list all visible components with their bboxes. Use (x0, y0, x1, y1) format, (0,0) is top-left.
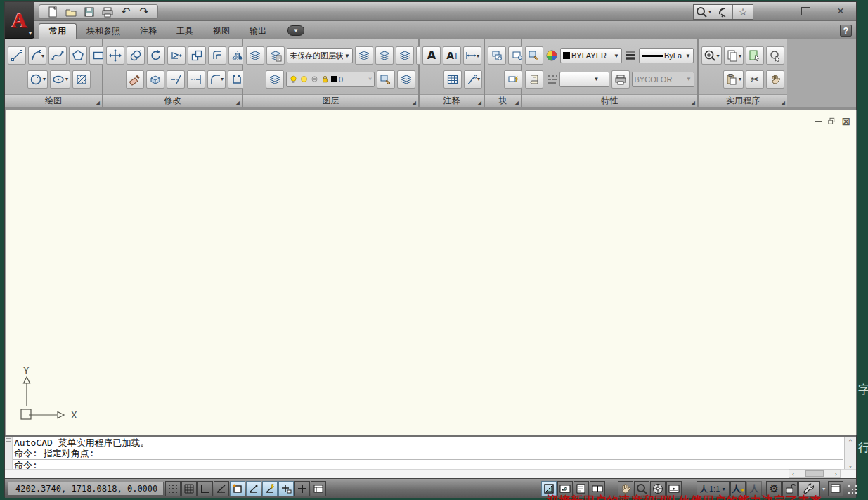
layer-unlock-icon[interactable] (320, 75, 330, 84)
paste-dropdown-icon[interactable]: ▾ (739, 76, 741, 82)
lineweight-dropdown[interactable]: ByLa▼ (639, 48, 694, 63)
circle-dropdown-icon[interactable]: ▾ (43, 76, 46, 82)
hatch-button[interactable] (72, 70, 91, 89)
tab-blocks-references[interactable]: 块和参照 (77, 23, 130, 39)
clean-screen-button[interactable] (828, 481, 843, 496)
ellipse-button[interactable]: ▾ (50, 70, 70, 89)
new-button[interactable] (45, 6, 60, 18)
arc-button[interactable]: ▾ (28, 46, 46, 65)
plot-button[interactable] (100, 6, 115, 18)
panel-caption-block[interactable]: 块◢ (485, 94, 521, 107)
arc-dropdown-icon[interactable]: ▾ (41, 53, 44, 59)
undo-button[interactable]: ↶ (118, 6, 134, 18)
quick-properties-toggle[interactable] (311, 481, 326, 496)
scale-button[interactable] (188, 46, 206, 65)
line-button[interactable] (8, 46, 26, 65)
snap-toggle[interactable] (165, 481, 181, 496)
doc-close-button[interactable]: ☒ (841, 117, 850, 126)
previous-layer-button[interactable] (397, 70, 415, 89)
panel-caption-utilities[interactable]: 实用程序◢ (699, 94, 787, 107)
panel-expand-icon[interactable]: ◢ (781, 100, 785, 106)
doc-restore-button[interactable] (827, 117, 836, 126)
otrack-toggle[interactable] (246, 481, 261, 496)
panel-caption-modify[interactable]: 修改◢ (103, 94, 242, 107)
layer-freeze-button[interactable] (396, 46, 414, 65)
panel-caption-draw[interactable]: 绘图◢ (5, 94, 102, 107)
plot-style-button[interactable] (611, 70, 630, 89)
communication-center-button[interactable] (713, 5, 733, 19)
measure-dropdown-icon[interactable]: ▾ (716, 53, 719, 59)
cut-button[interactable]: ✂ (746, 70, 764, 89)
insert-block-button[interactable] (488, 46, 506, 65)
tab-tools[interactable]: 工具 (167, 23, 203, 39)
panel-caption-layers[interactable]: 图层◢ (243, 94, 418, 107)
paste-button[interactable]: ▾ (723, 70, 744, 89)
offset-button[interactable] (208, 46, 226, 65)
object-color-dropdown[interactable]: BYLAYER▼ (560, 48, 622, 63)
erase-button[interactable] (126, 70, 144, 89)
layer-properties-button[interactable] (246, 46, 264, 65)
scrollbar-thumb[interactable] (805, 470, 824, 477)
multiline-text-button[interactable]: A (422, 46, 441, 65)
spline-button[interactable] (48, 46, 67, 65)
panel-expand-icon[interactable]: ◢ (235, 100, 240, 106)
edit-attributes-button[interactable] (504, 70, 522, 89)
ducs-toggle[interactable] (262, 481, 278, 496)
menu-browser-button[interactable]: A ▾ (5, 2, 34, 39)
tab-output[interactable]: 输出 (240, 23, 276, 39)
layer-thaw-sun-icon[interactable] (299, 75, 309, 84)
layer-unisolate-button[interactable] (375, 46, 394, 65)
scroll-up-icon[interactable]: ⌃ (848, 438, 852, 445)
rotate-button[interactable] (147, 46, 165, 65)
layer-state-dropdown[interactable]: 未保存的图层状态▼ (287, 48, 353, 63)
drawing-canvas[interactable]: ☒ Y X (6, 110, 857, 435)
copy-button[interactable] (127, 46, 145, 65)
copy-clip-button[interactable]: ▾ (724, 46, 744, 65)
panel-caption-annotation[interactable]: 注释◢ (420, 94, 484, 107)
linetype-dropdown[interactable]: ▼ (559, 72, 609, 87)
tab-view[interactable]: 视图 (203, 23, 240, 39)
polar-toggle[interactable] (214, 481, 229, 496)
make-current-layer-button[interactable] (266, 70, 284, 89)
properties-list-button[interactable] (525, 70, 543, 89)
fillet-button[interactable]: ▾ (207, 70, 226, 89)
dimension-dropdown-icon[interactable]: ▾ (477, 53, 479, 59)
fillet-dropdown-icon[interactable]: ▾ (221, 76, 224, 82)
save-button[interactable] (82, 6, 97, 18)
lineweight-toggle[interactable] (294, 481, 310, 496)
maximize-button[interactable] (796, 4, 815, 19)
doc-minimize-button[interactable] (813, 117, 822, 126)
coordinate-display[interactable]: 4202.3740, 1718.0818, 0.0000 (8, 482, 164, 496)
polygon-button[interactable] (69, 46, 87, 65)
layer-isolate-button[interactable] (355, 46, 373, 65)
search-dropdown-icon[interactable]: ▾ (708, 9, 711, 15)
scroll-right-icon[interactable]: › (834, 470, 838, 477)
table-button[interactable] (443, 70, 462, 89)
panel-caption-properties[interactable]: 特性◢ (522, 94, 697, 107)
search-button[interactable]: ▾ (694, 5, 713, 19)
quick-select-button[interactable] (746, 46, 764, 65)
copy-dropdown-icon[interactable]: ▾ (739, 53, 741, 59)
leader-button[interactable]: ▾ (464, 70, 482, 89)
redo-button[interactable]: ↷ (136, 6, 152, 18)
explode-button[interactable] (146, 70, 164, 89)
annotation-scale-dropdown-icon[interactable]: ▼ (721, 487, 726, 492)
grid-toggle[interactable] (181, 481, 197, 496)
minimize-button[interactable]: — (760, 4, 780, 19)
close-button[interactable]: × (831, 4, 850, 19)
dyn-toggle[interactable] (278, 481, 294, 496)
scroll-left-icon[interactable]: ‹ (791, 470, 795, 477)
ortho-toggle[interactable] (197, 481, 213, 496)
extend-button[interactable] (187, 70, 205, 89)
command-vertical-scrollbar[interactable]: ⌃ ⌄ (844, 437, 856, 470)
panel-expand-icon[interactable]: ◢ (514, 100, 519, 106)
tab-home[interactable]: 常用 (39, 23, 77, 39)
help-button[interactable]: ? (840, 25, 852, 37)
layer-states-button[interactable] (266, 46, 285, 65)
command-horizontal-scrollbar[interactable]: ‹ › (789, 469, 841, 478)
leader-dropdown-icon[interactable]: ▾ (477, 76, 480, 82)
plot-style-dropdown[interactable]: BYCOLOR▼ (632, 72, 694, 87)
panel-expand-icon[interactable]: ◢ (96, 100, 100, 106)
layer-plot-icon[interactable] (310, 75, 319, 84)
single-text-button[interactable]: AI (443, 46, 461, 65)
